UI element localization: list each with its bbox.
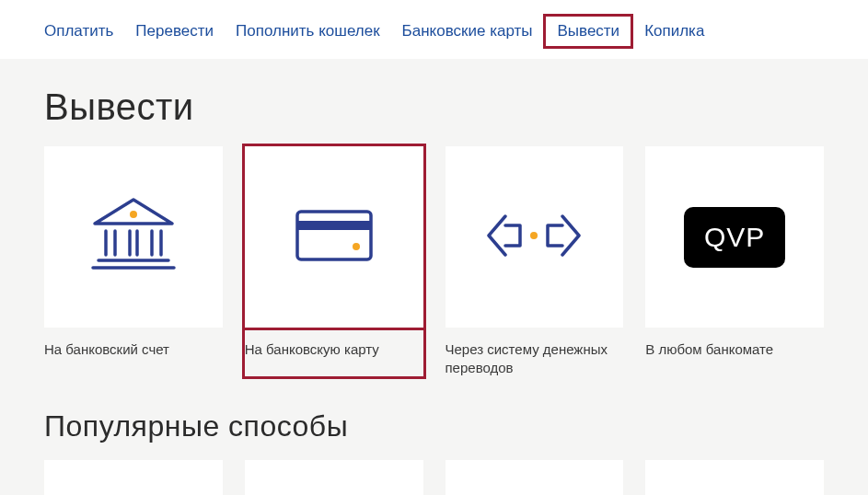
card-icon: [295, 210, 373, 265]
nav-topup[interactable]: Пополнить кошелек: [236, 22, 380, 40]
option-label: Через систему денежных переводов: [446, 340, 624, 376]
option-label: На банковский счет: [44, 340, 223, 359]
nav-transfer[interactable]: Перевести: [135, 22, 214, 40]
popular-card[interactable]: [44, 460, 223, 495]
nav-pay[interactable]: Оплатить: [44, 22, 113, 40]
option-label: В любом банкомате: [645, 340, 824, 359]
popular-methods: [44, 460, 824, 495]
transfer-arrows-icon: [483, 211, 584, 264]
nav-piggybank[interactable]: Копилка: [644, 22, 704, 40]
top-nav: Оплатить Перевести Пополнить кошелек Бан…: [0, 0, 868, 59]
option-bank-account[interactable]: На банковский счет: [44, 146, 223, 376]
svg-point-9: [130, 211, 137, 218]
qvp-icon: QVP: [684, 207, 785, 268]
nav-cards[interactable]: Банковские карты: [402, 22, 533, 40]
option-label: На банковскую карту: [245, 340, 423, 359]
nav-withdraw[interactable]: Вывести: [543, 14, 633, 49]
option-atm[interactable]: QVP В любом банкомате: [645, 146, 824, 376]
page-title: Вывести: [44, 86, 824, 128]
option-bank-card[interactable]: На банковскую карту: [245, 146, 423, 376]
svg-point-12: [353, 243, 360, 250]
popular-card[interactable]: [645, 460, 824, 495]
popular-card[interactable]: [245, 460, 423, 495]
withdraw-options: На банковский счет На банковскую карту: [44, 146, 824, 376]
popular-title: Популярные способы: [44, 409, 824, 443]
svg-rect-11: [297, 221, 371, 230]
option-money-transfer[interactable]: Через систему денежных переводов: [446, 146, 624, 376]
svg-rect-10: [297, 212, 371, 259]
popular-card[interactable]: [446, 460, 624, 495]
svg-point-13: [530, 232, 538, 239]
bank-icon: [91, 196, 176, 279]
